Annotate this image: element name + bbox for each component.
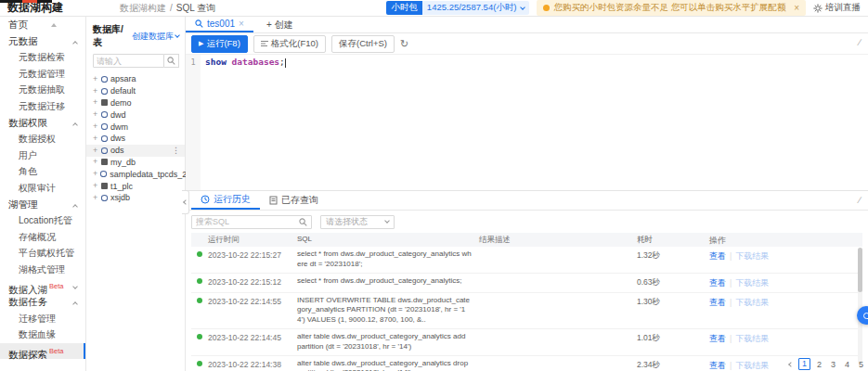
- query-tab-bar: tes001 × +创建: [186, 17, 868, 33]
- training-link[interactable]: 培训直播: [813, 2, 861, 14]
- create-database-link[interactable]: 创建数据库: [132, 31, 179, 43]
- expand-plus-icon[interactable]: +: [93, 182, 98, 190]
- tree-search-input[interactable]: [93, 54, 164, 68]
- expand-plus-icon[interactable]: +: [93, 147, 98, 155]
- tree-item-xsjdb[interactable]: +xsjdb: [86, 192, 185, 204]
- tree-item-dwm[interactable]: +dwm: [86, 121, 185, 133]
- tab-run-history[interactable]: 运行历史: [191, 191, 260, 210]
- sql-editor[interactable]: 1 show databases;: [186, 54, 868, 190]
- table-scrollbar[interactable]: [858, 248, 862, 364]
- close-icon[interactable]: ×: [239, 19, 244, 29]
- fullscreen-icon[interactable]: ∕: [859, 37, 861, 47]
- chevron-down-icon[interactable]: [520, 5, 525, 10]
- download-result-link[interactable]: 下载结果: [735, 334, 769, 343]
- search-icon: [299, 218, 307, 226]
- tree-item-demo[interactable]: +demo: [86, 97, 185, 109]
- sql-keyword: show: [205, 57, 227, 67]
- view-link[interactable]: 查看: [709, 278, 726, 288]
- sidebar-item-data-exploration[interactable]: 数据探索Beta: [0, 343, 85, 360]
- status-select[interactable]: 请选择状态: [320, 215, 395, 229]
- sidebar-item-roles[interactable]: 角色: [0, 163, 85, 180]
- editor-code[interactable]: show databases;: [201, 55, 868, 190]
- more-actions-icon[interactable]: ⋮: [172, 146, 180, 155]
- new-query-button[interactable]: +创建: [253, 17, 306, 32]
- tree-item-apsara[interactable]: +apsara: [86, 73, 185, 85]
- sidebar-item-metadata-search[interactable]: 元数据检索: [0, 49, 85, 66]
- expand-plus-icon[interactable]: +: [93, 134, 98, 143]
- database-icon: [101, 135, 108, 142]
- top-header: 数据湖构建 数据湖构建 / SQL 查询 小时包 1425.25/2587.54…: [0, 0, 868, 17]
- view-link[interactable]: 查看: [709, 251, 726, 261]
- download-result-link[interactable]: 下载结果: [735, 251, 769, 261]
- expand-plus-icon[interactable]: +: [93, 170, 97, 178]
- view-link[interactable]: 查看: [709, 334, 726, 343]
- tree-item-sampledata[interactable]: +sampledata_tpcds_2g: [86, 168, 185, 180]
- sidebar-item-data-permission[interactable]: 数据权限: [0, 115, 85, 132]
- expand-plus-icon[interactable]: +: [93, 194, 98, 202]
- sidebar-item-metadata[interactable]: 元数据: [0, 33, 85, 50]
- fullscreen-icon[interactable]: ∕: [859, 195, 861, 205]
- prev-page-button[interactable]: [787, 363, 795, 366]
- page-3[interactable]: 3: [828, 360, 838, 369]
- format-button[interactable]: 格式化(F10): [253, 35, 326, 53]
- sql-search-input[interactable]: [196, 217, 299, 226]
- tree-search-button[interactable]: [164, 54, 179, 68]
- sidebar-item-platform-authorization[interactable]: 平台赋权托管: [0, 245, 85, 262]
- sidebar-item-location-hosting[interactable]: Location托管: [0, 212, 85, 229]
- tree-item-dwd[interactable]: +dwd: [86, 109, 185, 121]
- sidebar-item-migration-management[interactable]: 迁移管理: [0, 311, 85, 327]
- time-column-header: 运行时间: [208, 234, 297, 246]
- expand-plus-icon[interactable]: +: [93, 87, 98, 96]
- tab-saved-queries[interactable]: 已存查询: [260, 191, 328, 210]
- breadcrumb-parent[interactable]: 数据湖构建: [120, 2, 166, 15]
- sidebar-item-data-ingestion[interactable]: 数据入湖Beta: [0, 278, 85, 295]
- database-icon: [100, 171, 107, 177]
- close-icon[interactable]: ×: [794, 3, 799, 13]
- sidebar-item-metadata-extraction[interactable]: 元数据抽取: [0, 82, 85, 98]
- page-2[interactable]: 2: [814, 360, 824, 369]
- sql-search-box[interactable]: [191, 215, 312, 229]
- sidebar-item-data-tasks[interactable]: 数据任务: [0, 294, 85, 311]
- expand-plus-icon[interactable]: +: [93, 122, 98, 131]
- sidebar-item-data-lineage[interactable]: 数据血缘: [0, 326, 85, 343]
- download-result-link[interactable]: 下载结果: [735, 278, 769, 288]
- tree-panel-title: 数据库/表: [93, 23, 132, 49]
- refresh-icon[interactable]: ↻: [400, 39, 408, 49]
- view-link[interactable]: 查看: [709, 361, 726, 370]
- expand-plus-icon[interactable]: +: [93, 110, 98, 119]
- save-button[interactable]: 保存(Ctrl+S): [331, 35, 395, 53]
- tree-item-my_db[interactable]: +my_db: [86, 157, 185, 169]
- sidebar-item-metadata-migration[interactable]: 元数据迁移: [0, 98, 85, 115]
- query-tab[interactable]: tes001 ×: [186, 17, 253, 32]
- sidebar-item-data-authorization[interactable]: 数据授权: [0, 131, 85, 147]
- sql-identifier: databases: [227, 57, 279, 67]
- sidebar-item-users[interactable]: 用户: [0, 147, 85, 164]
- quota-badge[interactable]: 小时包 1425.25/2587.54(小时): [386, 1, 528, 15]
- page-4[interactable]: 4: [842, 360, 852, 369]
- view-link[interactable]: 查看: [709, 298, 726, 307]
- sidebar-item-lake-format[interactable]: 湖格式管理: [0, 262, 85, 278]
- page-5[interactable]: 5: [856, 360, 866, 369]
- database-icon: [101, 147, 108, 154]
- sidebar-item-home[interactable]: 首页: [0, 17, 85, 33]
- tree-item-dws[interactable]: +dws: [86, 133, 185, 145]
- sidebar-item-metadata-management[interactable]: 元数据管理: [0, 66, 85, 83]
- history-row: 2023-10-22 22:14:55 INSERT OVERWRITE TAB…: [191, 293, 862, 329]
- tree-item-t1_plc[interactable]: +t1_plc: [86, 180, 185, 192]
- tree-item-ods[interactable]: +ods⋮: [86, 145, 185, 157]
- expand-plus-icon[interactable]: +: [93, 158, 98, 166]
- sidebar-item-permission-audit[interactable]: 权限审计: [0, 180, 85, 197]
- tree-item-default[interactable]: +default: [86, 85, 185, 97]
- expand-plus-icon[interactable]: +: [93, 98, 98, 107]
- dlf-console: 数据湖构建 数据湖构建 / SQL 查询 小时包 1425.25/2587.54…: [0, 0, 868, 371]
- download-result-link[interactable]: 下载结果: [735, 361, 769, 370]
- sidebar-item-storage-overview[interactable]: 存储概况: [0, 229, 85, 246]
- run-button[interactable]: ▶运行(F8): [191, 35, 248, 53]
- download-result-link[interactable]: 下载结果: [735, 298, 769, 307]
- page-1[interactable]: 1: [798, 358, 810, 370]
- scrollbar-thumb[interactable]: [858, 248, 862, 292]
- expand-plus-icon[interactable]: +: [93, 75, 98, 83]
- sidebar-item-lake-management[interactable]: 湖管理: [0, 197, 85, 213]
- collapse-panel-handle[interactable]: [182, 190, 189, 214]
- chevron-up-icon: [72, 41, 78, 46]
